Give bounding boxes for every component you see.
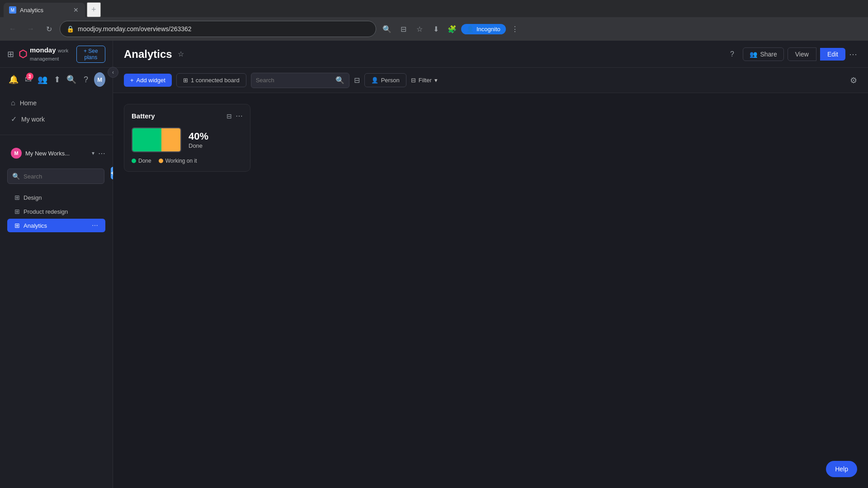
workspace-header[interactable]: M My New Works... ▾	[7, 144, 98, 162]
sidebar-item-my-work[interactable]: ✓ My work	[4, 111, 109, 127]
inbox-icon-wrapper: ✉ 3	[25, 75, 32, 84]
toolbar-search-input[interactable]	[256, 77, 332, 84]
help-global-button[interactable]: ?	[80, 71, 92, 88]
toolbar-search-icon: 🔍	[335, 76, 344, 84]
star-button[interactable]: ☆	[178, 50, 184, 58]
board-item-design[interactable]: ⊞ Design ⋯	[7, 191, 105, 204]
connected-board-icon: ⊞	[183, 77, 188, 84]
browser-nav: ← → ↻ 🔒 moodjoy.monday.com/overviews/263…	[0, 17, 868, 41]
top-bar: Analytics ☆ ? 👥 Share View Edit ⋯	[113, 41, 868, 68]
see-plans-button[interactable]: + See plans	[76, 46, 105, 63]
battery-chart-container: 40% Done	[132, 127, 243, 152]
sidebar-search-bar[interactable]: 🔍	[7, 169, 104, 184]
workspace-name: My New Works...	[25, 150, 88, 157]
toolbar-settings-button[interactable]: ⚙	[850, 75, 857, 85]
battery-widget-card: Battery ⊟ ⋯ 40% Done	[124, 104, 250, 172]
app-layout: ⊞ ⬡ monday work management + See plans 🔔…	[0, 41, 868, 488]
edit-button[interactable]: Edit	[820, 48, 845, 61]
more-button[interactable]: ⋯	[849, 49, 857, 59]
legend-item-done: Done	[132, 158, 151, 164]
tab-close-button[interactable]: ✕	[72, 5, 80, 14]
logo-text: monday	[30, 46, 56, 54]
new-tab-button[interactable]: +	[87, 2, 101, 17]
battery-stats: 40% Done	[189, 131, 208, 149]
logo-dots: ⬡	[19, 48, 27, 60]
app-grid-icon[interactable]: ⊞	[7, 49, 14, 59]
refresh-button[interactable]: ↻	[42, 22, 56, 36]
legend-dot-working	[159, 159, 163, 163]
address-bar[interactable]: 🔒 moodjoy.monday.com/overviews/263362	[60, 21, 376, 37]
add-widget-button[interactable]: + Add widget	[124, 74, 172, 87]
sidebar-search-icon: 🔍	[12, 173, 20, 180]
widget-filter-icon[interactable]: ⊟	[226, 113, 232, 120]
help-icon-button[interactable]: ?	[725, 47, 739, 61]
inbox-button[interactable]: ✉ 3	[22, 71, 34, 88]
sidebar-nav: ⌂ Home ✓ My work	[0, 91, 113, 131]
toolbar-search-bar[interactable]: 🔍	[251, 73, 349, 88]
toolbar: + Add widget ⊞ 1 connected board 🔍 ⊟ 👤 P…	[113, 68, 868, 93]
browser-tabs: M Analytics ✕ +	[0, 0, 868, 17]
battery-working-segment	[161, 128, 180, 151]
menu-btn[interactable]: ⋮	[508, 22, 522, 36]
view-button[interactable]: View	[788, 47, 816, 61]
person-icon: 👤	[371, 77, 378, 84]
help-button[interactable]: Help	[826, 461, 857, 477]
widget-more-button[interactable]: ⋯	[236, 112, 243, 120]
battery-percent: 40%	[189, 131, 208, 142]
board-item-analytics[interactable]: ⊞ Analytics ⋯	[7, 219, 105, 232]
bookmark-btn[interactable]: ☆	[412, 22, 427, 36]
share-button[interactable]: 👥 Share	[743, 47, 783, 61]
logo-text-group: monday work management	[30, 46, 72, 62]
updates-button[interactable]: ⬆	[51, 71, 63, 88]
workspace-chevron-icon: ▾	[92, 150, 94, 156]
tab-title: Analytics	[20, 7, 69, 14]
my-work-icon: ✓	[11, 115, 17, 123]
connected-board-button[interactable]: ⊞ 1 connected board	[176, 73, 246, 87]
board-list: ⊞ Design ⋯ ⊞ Product redesign ⋯ ⊞ Analyt…	[4, 188, 109, 235]
board-label-analytics: Analytics	[24, 222, 47, 229]
share-label: Share	[760, 51, 777, 58]
reader-mode-btn[interactable]: ⊟	[396, 22, 410, 36]
legend-item-working: Working on it	[159, 158, 197, 164]
search-global-button[interactable]: 🔍	[65, 71, 78, 88]
search-nav-btn[interactable]: 🔍	[380, 22, 394, 36]
search-add-row: 🔍 +	[4, 167, 109, 186]
tab-favicon: M	[9, 6, 16, 14]
profile-chip[interactable]: 👤 Incognito	[461, 24, 506, 34]
sidebar-item-home[interactable]: ⌂ Home	[4, 95, 109, 111]
board-item-product-redesign[interactable]: ⊞ Product redesign ⋯	[7, 205, 105, 218]
battery-visual	[132, 127, 181, 152]
person-label: Person	[381, 77, 400, 84]
download-btn[interactable]: ⬇	[429, 22, 443, 36]
main-content: Analytics ☆ ? 👥 Share View Edit ⋯ + Add …	[113, 41, 868, 488]
sidebar-home-label: Home	[20, 99, 37, 107]
notifications-button[interactable]: 🔔	[7, 71, 20, 88]
workspace-more-button[interactable]: ⋯	[98, 149, 105, 158]
collapse-sidebar-button[interactable]: ‹	[108, 67, 118, 78]
filter-button[interactable]: ⊟ Filter ▾	[411, 77, 438, 84]
filter-icon: ⊟	[411, 77, 416, 84]
board-label-product-redesign: Product redesign	[24, 208, 68, 215]
legend-label-working: Working on it	[165, 158, 197, 164]
extensions-btn[interactable]: 🧩	[445, 22, 459, 36]
people-button[interactable]: 👥	[36, 71, 49, 88]
filter-chevron-icon: ▾	[434, 77, 438, 84]
avatar[interactable]: M	[94, 72, 105, 87]
connected-board-label: 1 connected board	[191, 77, 240, 84]
sidebar-search-input[interactable]	[24, 173, 99, 180]
save-filter-button[interactable]: ⊟	[354, 76, 360, 84]
top-bar-actions: ? 👥 Share View Edit ⋯	[725, 47, 857, 61]
browser-chrome: M Analytics ✕ + ← → ↻ 🔒 moodjoy.monday.c…	[0, 0, 868, 41]
widget-header: Battery ⊟ ⋯	[132, 112, 243, 120]
active-tab[interactable]: M Analytics ✕	[4, 3, 85, 17]
board-icon-product-redesign: ⊞	[14, 208, 20, 215]
nav-actions: 🔍 ⊟ ☆ ⬇ 🧩 👤 Incognito ⋮	[380, 22, 522, 36]
board-icon-design: ⊞	[14, 194, 20, 201]
lock-icon: 🔒	[66, 25, 74, 33]
board-more-analytics[interactable]: ⋯	[92, 222, 98, 229]
home-icon: ⌂	[11, 99, 15, 107]
back-button[interactable]: ←	[5, 22, 20, 36]
forward-button[interactable]: →	[24, 22, 38, 36]
person-button[interactable]: 👤 Person	[364, 73, 406, 87]
profile-icon: 👤	[467, 26, 474, 33]
